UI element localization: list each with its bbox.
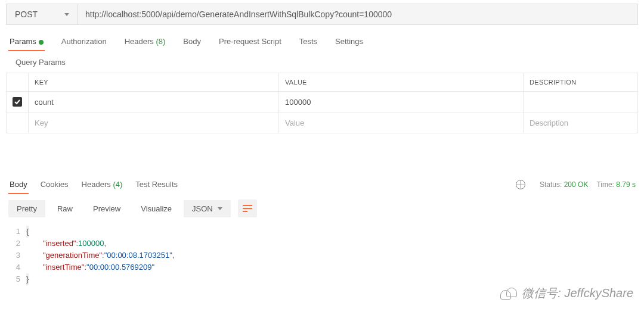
time-value: 8.79 s xyxy=(616,180,636,189)
visualize-button[interactable]: Visualize xyxy=(132,200,180,217)
rtab-body[interactable]: Body xyxy=(8,175,29,194)
col-key: KEY xyxy=(29,73,279,92)
tab-headers[interactable]: Headers (8) xyxy=(123,33,167,51)
http-method-select[interactable]: POST xyxy=(7,4,78,24)
tab-body[interactable]: Body xyxy=(182,33,202,51)
response-view-bar: Pretty Raw Preview Visualize JSON xyxy=(0,194,644,223)
request-tabs: Params Authorization Headers (8) Body Pr… xyxy=(0,29,644,51)
active-indicator-icon xyxy=(39,40,44,45)
raw-button[interactable]: Raw xyxy=(49,200,81,217)
tab-tests[interactable]: Tests xyxy=(298,33,318,51)
status-value: 200 OK xyxy=(564,180,589,189)
query-params-table: KEY VALUE DESCRIPTION count 100000 Key V… xyxy=(6,73,638,133)
pretty-button[interactable]: Pretty xyxy=(8,200,45,217)
checkbox-icon[interactable] xyxy=(13,97,22,107)
param-key-placeholder[interactable]: Key xyxy=(29,113,279,133)
col-desc: DESCRIPTION xyxy=(524,73,638,92)
table-row-new: Key Value Description xyxy=(7,113,638,133)
watermark: 微信号: JeffckyShare xyxy=(500,285,633,301)
response-tabs: Body Cookies Headers (4) Test Results St… xyxy=(0,175,644,194)
tab-params[interactable]: Params xyxy=(8,33,45,51)
wrap-lines-button[interactable] xyxy=(238,199,257,217)
param-desc-placeholder[interactable]: Description xyxy=(524,113,638,133)
wechat-icon xyxy=(500,286,518,301)
url-input[interactable] xyxy=(78,4,637,24)
rtab-test-results[interactable]: Test Results xyxy=(134,175,179,194)
param-value-placeholder[interactable]: Value xyxy=(279,113,524,133)
col-value: VALUE xyxy=(279,73,524,92)
rtab-headers[interactable]: Headers (4) xyxy=(80,175,124,194)
chevron-down-icon xyxy=(218,207,222,210)
query-params-title: Query Params xyxy=(0,51,644,73)
rtab-cookies[interactable]: Cookies xyxy=(39,175,70,194)
table-row: count 100000 xyxy=(7,92,638,113)
tab-prerequest[interactable]: Pre-request Script xyxy=(218,33,283,51)
chevron-down-icon xyxy=(64,13,69,16)
response-body[interactable]: 1{ 2"inserted": 100000, 3"generationTime… xyxy=(0,223,644,288)
http-method-value: POST xyxy=(15,10,38,19)
format-select[interactable]: JSON xyxy=(184,200,231,217)
preview-button[interactable]: Preview xyxy=(85,200,129,217)
tab-settings[interactable]: Settings xyxy=(334,33,364,51)
param-desc[interactable] xyxy=(524,92,638,113)
tab-authorization[interactable]: Authorization xyxy=(60,33,108,51)
param-value[interactable]: 100000 xyxy=(279,92,524,113)
param-key[interactable]: count xyxy=(29,92,279,113)
globe-icon[interactable] xyxy=(516,180,525,189)
